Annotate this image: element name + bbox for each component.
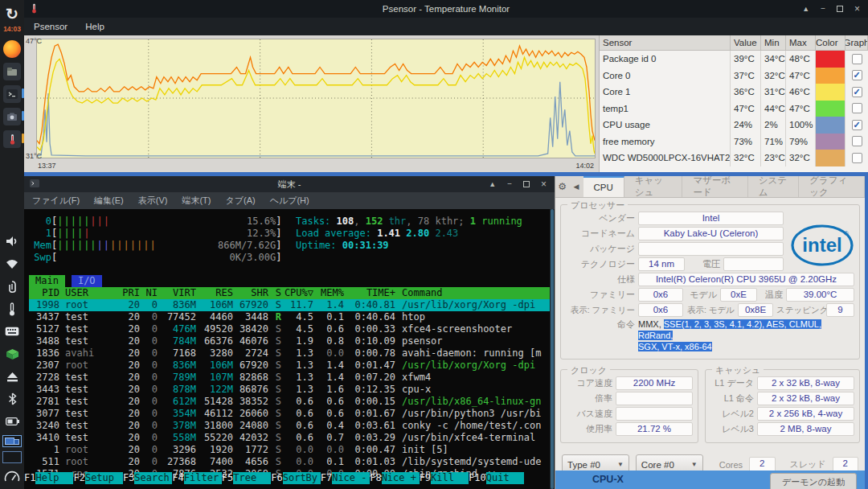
sensor-row[interactable]: Package id 039°C34°C48°C xyxy=(600,51,868,68)
process-row[interactable]: 2307root200836M106M67920S1.31.40:01.47/u… xyxy=(29,360,553,372)
process-row[interactable]: 3488test200784M6637646076S1.90.80:10.09p… xyxy=(29,335,553,347)
screenshot-tool-icon[interactable] xyxy=(2,106,23,127)
column-header[interactable]: Min xyxy=(761,35,786,50)
fkey[interactable]: F1 xyxy=(24,472,35,484)
graph-checkbox[interactable] xyxy=(852,136,862,146)
fkey[interactable]: F5 xyxy=(222,472,233,484)
fkey[interactable]: F4 xyxy=(172,472,183,484)
htop-column-header[interactable]: PIDUSERPRINIVIRTRESSHRSCPU%▽MEM%TIME+Com… xyxy=(29,287,553,299)
fkey[interactable]: F3 xyxy=(123,472,134,484)
process-row[interactable]: 3240test200378M3180024080S0.60.40:03.61c… xyxy=(29,420,553,432)
htop-tab-io[interactable]: I/O xyxy=(72,275,102,287)
column-header[interactable]: Value xyxy=(731,35,761,50)
process-row[interactable]: 1836avahi200716832802724S1.30.00:00.78av… xyxy=(29,347,553,360)
process-row[interactable]: 1998root200836M106M67920S11.71.40:40.81/… xyxy=(29,299,553,311)
minimize-button[interactable]: − xyxy=(821,5,825,13)
sensor-row[interactable]: Core 136°C31°C46°C✓ xyxy=(600,84,868,101)
process-row[interactable]: 2781test200612M5142838352S0.60.60:00.15/… xyxy=(29,396,553,408)
fkey[interactable]: F7 xyxy=(321,472,332,484)
menu-item[interactable]: ヘルプ(H) xyxy=(270,195,309,207)
graph-checkbox[interactable] xyxy=(852,54,862,64)
graph-checkbox[interactable] xyxy=(852,153,862,163)
fkey-label[interactable]: Filter xyxy=(184,472,222,484)
tab-システム[interactable]: システム xyxy=(748,176,800,197)
menu-item[interactable]: 表示(V) xyxy=(138,195,168,207)
sensor-row[interactable]: Core 037°C32°C47°C✓ xyxy=(600,68,868,84)
column-header[interactable]: Color xyxy=(816,35,845,50)
thermometer-icon[interactable] xyxy=(2,298,23,319)
process-row[interactable]: 3443test200878M122M86876S1.31.60:12.35cp… xyxy=(29,384,553,396)
column-header[interactable]: Graph xyxy=(845,35,868,50)
volume-icon[interactable] xyxy=(2,231,23,252)
tab-cpu[interactable]: CPU xyxy=(583,176,624,197)
workspace-2[interactable] xyxy=(2,450,23,464)
menu-item[interactable]: 編集(E) xyxy=(94,195,124,207)
process-row[interactable]: 1root200329619201772S0.00.00:00.47init [… xyxy=(29,444,553,456)
close-button[interactable]: × xyxy=(541,179,547,189)
tab-マザーボード[interactable]: マザーボード xyxy=(682,176,747,197)
fkey-label[interactable]: SortBy xyxy=(283,472,321,484)
menu-item[interactable]: 端末(T) xyxy=(182,195,211,207)
fkey[interactable]: F2 xyxy=(73,472,84,484)
sensor-row[interactable]: WDC WD5000LPCX-16VHAT232°C23°C32°C xyxy=(600,150,868,166)
fkey[interactable]: F9 xyxy=(420,472,431,484)
clipboard-icon[interactable] xyxy=(2,276,23,297)
graph-checkbox[interactable]: ✓ xyxy=(852,87,862,97)
fkey-label[interactable]: Setup xyxy=(85,472,123,484)
maximize-button[interactable] xyxy=(837,6,843,12)
fkey[interactable]: F10 xyxy=(469,472,486,484)
fkey-label[interactable]: Quit xyxy=(486,472,524,484)
graph-checkbox[interactable]: ✓ xyxy=(852,120,862,130)
tab-キャッシュ[interactable]: キャッシュ xyxy=(624,176,683,197)
fkey-label[interactable]: Tree xyxy=(233,472,271,484)
column-header[interactable]: Max xyxy=(786,35,816,50)
process-row[interactable]: 5127test200476M4952038420S4.50.60:00.33x… xyxy=(29,323,553,335)
start-daemon-button[interactable]: デーモンの起動 xyxy=(770,473,857,489)
htop-tab-main[interactable]: Main xyxy=(29,275,65,287)
app-menu-icon[interactable]: ↻ xyxy=(2,3,23,24)
fkey[interactable]: F8 xyxy=(370,472,381,484)
battery-icon[interactable] xyxy=(2,411,23,432)
gear-icon[interactable]: ⚙ xyxy=(555,176,569,197)
menu-item[interactable]: Psensor xyxy=(34,22,68,31)
graph-checkbox[interactable] xyxy=(852,103,862,113)
menu-item[interactable]: Help xyxy=(85,22,104,31)
minimize-button[interactable]: − xyxy=(507,180,512,188)
workspace-switcher[interactable] xyxy=(2,434,23,448)
fkey-label[interactable]: Search xyxy=(134,472,172,484)
sensor-row[interactable]: CPU usage24%2%100%✓ xyxy=(600,117,868,134)
firefox-icon[interactable] xyxy=(2,39,23,60)
menu-item[interactable]: タブ(A) xyxy=(225,195,255,207)
fkey-label[interactable]: Kill xyxy=(431,472,469,484)
sensor-row[interactable]: temp147°C44°C47°C xyxy=(600,101,868,117)
system-gauge-icon[interactable] xyxy=(2,466,23,487)
instructions-value[interactable]: MMX, SSE(1, 2, 3, 3S, 4.1, 4.2), AES, CL… xyxy=(638,318,854,352)
tab-グラフィック[interactable]: グラフィック xyxy=(799,176,865,197)
maximize-button[interactable] xyxy=(523,181,530,187)
fkey-label[interactable]: Help xyxy=(35,472,73,484)
back-arrow-icon[interactable]: ◀ xyxy=(569,176,583,197)
process-row[interactable]: 3410test200558M5522042032S0.60.70:03.29/… xyxy=(29,432,553,444)
close-button[interactable]: × xyxy=(854,4,860,14)
network-icon[interactable] xyxy=(2,253,23,274)
fkey[interactable]: F6 xyxy=(271,472,282,484)
graph-checkbox[interactable]: ✓ xyxy=(852,70,862,80)
process-row[interactable]: 3437test2007745244603448R4.50.10:40.64ht… xyxy=(29,311,553,323)
psensor-launcher-icon[interactable] xyxy=(2,129,23,150)
fkey-label[interactable]: Nice - xyxy=(332,472,370,484)
shade-button[interactable]: ▲ xyxy=(489,181,496,188)
bluetooth-icon[interactable] xyxy=(2,388,23,409)
package-icon[interactable] xyxy=(2,343,23,364)
terminal-launcher-icon[interactable] xyxy=(2,84,23,105)
eject-icon[interactable] xyxy=(2,366,23,387)
keyboard-icon[interactable] xyxy=(2,321,23,342)
fkey-label[interactable]: Nice + xyxy=(382,472,420,484)
process-row[interactable]: 2728test200789M107M82868S1.31.40:07.20xf… xyxy=(29,372,553,384)
process-row[interactable]: 511root2002736874004656S0.00.10:01.03/li… xyxy=(29,456,553,468)
menu-item[interactable]: ファイル(F) xyxy=(32,195,80,207)
shade-button[interactable]: ▲ xyxy=(802,6,809,13)
column-header[interactable]: Sensor xyxy=(600,35,731,50)
process-row[interactable]: 3077test200354M4611226060S0.60.60:01.67/… xyxy=(29,408,553,420)
file-manager-icon[interactable] xyxy=(2,61,23,82)
sensor-row[interactable]: free memory73%71%79% xyxy=(600,134,868,150)
